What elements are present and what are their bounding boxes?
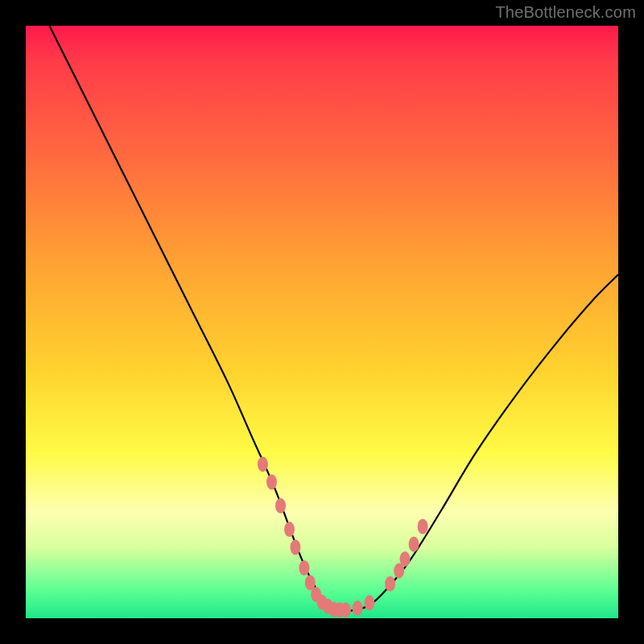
highlight-dot xyxy=(341,602,351,617)
highlight-dot xyxy=(385,576,395,592)
highlight-dot xyxy=(299,560,309,576)
highlight-dot xyxy=(364,595,374,610)
highlight-dot xyxy=(353,601,363,616)
chart-frame: TheBottleneck.com xyxy=(0,0,644,644)
highlight-dot xyxy=(418,518,428,534)
highlight-dot xyxy=(400,551,411,567)
highlight-dot xyxy=(409,537,419,552)
curve-svg xyxy=(26,26,618,618)
watermark-label: TheBottleneck.com xyxy=(495,3,636,22)
highlight-dot xyxy=(266,474,277,489)
bottleneck-curve xyxy=(49,26,618,611)
highlight-dot xyxy=(284,522,295,537)
highlight-dot xyxy=(275,498,286,514)
plot-area xyxy=(26,26,618,618)
highlight-dot xyxy=(290,539,300,555)
highlight-dot xyxy=(258,456,268,472)
highlight-dots xyxy=(258,456,428,617)
